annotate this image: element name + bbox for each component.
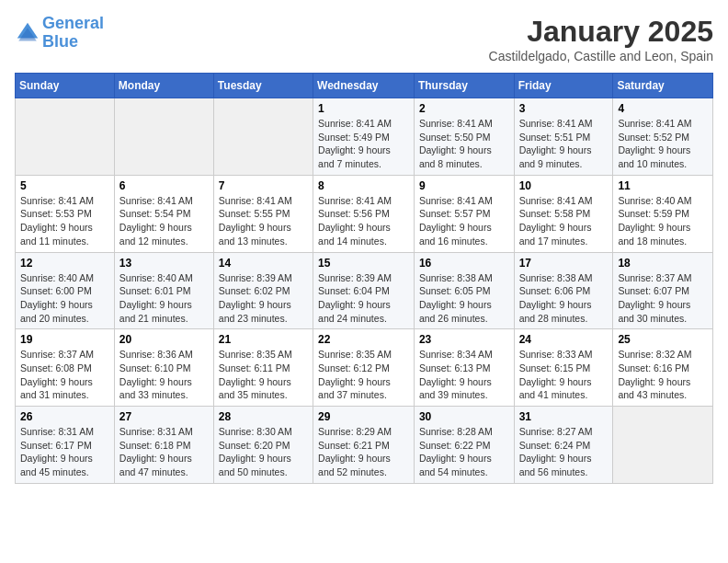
day-info: Sunrise: 8:41 AMSunset: 5:57 PMDaylight:… [419, 194, 509, 248]
header-day-friday: Friday [514, 74, 613, 98]
day-number: 15 [318, 257, 409, 270]
day-cell: 3Sunrise: 8:41 AMSunset: 5:51 PMDaylight… [514, 98, 613, 176]
day-info: Sunrise: 8:35 AMSunset: 6:11 PMDaylight:… [219, 348, 308, 402]
day-cell: 29Sunrise: 8:29 AMSunset: 6:21 PMDayligh… [313, 407, 415, 484]
day-cell [213, 98, 313, 176]
day-cell: 15Sunrise: 8:39 AMSunset: 6:04 PMDayligh… [313, 252, 415, 329]
day-cell: 17Sunrise: 8:38 AMSunset: 6:06 PMDayligh… [514, 252, 613, 329]
day-cell: 22Sunrise: 8:35 AMSunset: 6:12 PMDayligh… [313, 329, 415, 407]
day-info: Sunrise: 8:31 AMSunset: 6:18 PMDaylight:… [119, 425, 209, 479]
day-number: 1 [318, 102, 409, 115]
header-day-tuesday: Tuesday [213, 74, 313, 98]
day-number: 5 [20, 179, 109, 192]
day-number: 19 [20, 333, 109, 346]
day-number: 16 [419, 257, 509, 270]
day-info: Sunrise: 8:33 AMSunset: 6:15 PMDaylight:… [519, 348, 609, 402]
day-number: 30 [419, 410, 509, 423]
day-cell: 23Sunrise: 8:34 AMSunset: 6:13 PMDayligh… [414, 329, 514, 407]
day-cell: 28Sunrise: 8:30 AMSunset: 6:20 PMDayligh… [213, 407, 313, 484]
day-cell: 2Sunrise: 8:41 AMSunset: 5:50 PMDaylight… [414, 98, 514, 176]
day-info: Sunrise: 8:41 AMSunset: 5:55 PMDaylight:… [219, 194, 308, 248]
header-day-thursday: Thursday [414, 74, 514, 98]
day-number: 7 [219, 179, 308, 192]
day-cell: 8Sunrise: 8:41 AMSunset: 5:56 PMDaylight… [313, 175, 415, 252]
day-info: Sunrise: 8:38 AMSunset: 6:06 PMDaylight:… [519, 271, 609, 326]
day-info: Sunrise: 8:39 AMSunset: 6:02 PMDaylight:… [219, 271, 308, 326]
day-number: 12 [20, 257, 109, 270]
day-cell: 7Sunrise: 8:41 AMSunset: 5:55 PMDaylight… [213, 175, 313, 252]
week-row-2: 5Sunrise: 8:41 AMSunset: 5:53 PMDaylight… [16, 175, 713, 252]
day-number: 28 [219, 410, 308, 423]
day-cell: 16Sunrise: 8:38 AMSunset: 6:05 PMDayligh… [414, 252, 514, 329]
header-day-wednesday: Wednesday [313, 74, 415, 98]
day-number: 27 [119, 410, 209, 423]
day-cell: 20Sunrise: 8:36 AMSunset: 6:10 PMDayligh… [114, 329, 213, 407]
day-number: 2 [419, 102, 509, 115]
week-row-3: 12Sunrise: 8:40 AMSunset: 6:00 PMDayligh… [16, 252, 713, 329]
day-number: 22 [318, 333, 409, 346]
title-block: January 2025 Castildelgado, Castille and… [489, 15, 713, 63]
day-info: Sunrise: 8:37 AMSunset: 6:07 PMDaylight:… [618, 271, 708, 326]
day-cell [613, 407, 713, 484]
day-info: Sunrise: 8:37 AMSunset: 6:08 PMDaylight:… [20, 348, 109, 402]
day-info: Sunrise: 8:27 AMSunset: 6:24 PMDaylight:… [519, 425, 609, 479]
week-row-1: 1Sunrise: 8:41 AMSunset: 5:49 PMDaylight… [16, 98, 713, 176]
day-cell: 24Sunrise: 8:33 AMSunset: 6:15 PMDayligh… [514, 329, 613, 407]
day-cell: 6Sunrise: 8:41 AMSunset: 5:54 PMDaylight… [114, 175, 213, 252]
day-info: Sunrise: 8:41 AMSunset: 5:56 PMDaylight:… [318, 194, 409, 248]
day-number: 6 [119, 179, 209, 192]
header-day-monday: Monday [114, 74, 213, 98]
day-number: 25 [618, 333, 708, 346]
day-cell: 12Sunrise: 8:40 AMSunset: 6:00 PMDayligh… [16, 252, 115, 329]
week-row-4: 19Sunrise: 8:37 AMSunset: 6:08 PMDayligh… [16, 329, 713, 407]
calendar-body: 1Sunrise: 8:41 AMSunset: 5:49 PMDaylight… [16, 98, 713, 484]
day-info: Sunrise: 8:41 AMSunset: 5:58 PMDaylight:… [519, 194, 609, 248]
logo: General Blue [15, 15, 104, 52]
day-info: Sunrise: 8:32 AMSunset: 6:16 PMDaylight:… [618, 348, 708, 402]
day-number: 20 [119, 333, 209, 346]
logo-icon [15, 20, 40, 46]
day-cell: 27Sunrise: 8:31 AMSunset: 6:18 PMDayligh… [114, 407, 213, 484]
day-number: 21 [219, 333, 308, 346]
day-number: 18 [618, 257, 708, 270]
day-info: Sunrise: 8:41 AMSunset: 5:51 PMDaylight:… [519, 117, 609, 171]
day-number: 4 [618, 102, 708, 115]
day-cell: 21Sunrise: 8:35 AMSunset: 6:11 PMDayligh… [213, 329, 313, 407]
day-number: 11 [618, 179, 708, 192]
page-header: General Blue January 2025 Castildelgado,… [15, 15, 713, 63]
day-cell: 4Sunrise: 8:41 AMSunset: 5:52 PMDaylight… [613, 98, 713, 176]
day-number: 8 [318, 179, 409, 192]
day-cell: 31Sunrise: 8:27 AMSunset: 6:24 PMDayligh… [514, 407, 613, 484]
day-number: 26 [20, 410, 109, 423]
day-info: Sunrise: 8:36 AMSunset: 6:10 PMDaylight:… [119, 348, 209, 402]
day-cell: 14Sunrise: 8:39 AMSunset: 6:02 PMDayligh… [213, 252, 313, 329]
day-info: Sunrise: 8:30 AMSunset: 6:20 PMDaylight:… [219, 425, 308, 479]
day-number: 31 [519, 410, 609, 423]
day-cell [16, 98, 115, 176]
day-info: Sunrise: 8:40 AMSunset: 6:00 PMDaylight:… [20, 271, 109, 326]
day-cell [114, 98, 213, 176]
day-cell: 10Sunrise: 8:41 AMSunset: 5:58 PMDayligh… [514, 175, 613, 252]
day-info: Sunrise: 8:40 AMSunset: 6:01 PMDaylight:… [119, 271, 209, 326]
day-number: 14 [219, 257, 308, 270]
day-cell: 26Sunrise: 8:31 AMSunset: 6:17 PMDayligh… [16, 407, 115, 484]
calendar-table: SundayMondayTuesdayWednesdayThursdayFrid… [15, 73, 713, 484]
header-day-saturday: Saturday [613, 74, 713, 98]
day-number: 23 [419, 333, 509, 346]
week-row-5: 26Sunrise: 8:31 AMSunset: 6:17 PMDayligh… [16, 407, 713, 484]
day-info: Sunrise: 8:40 AMSunset: 5:59 PMDaylight:… [618, 194, 708, 248]
day-info: Sunrise: 8:41 AMSunset: 5:52 PMDaylight:… [618, 117, 708, 171]
day-cell: 18Sunrise: 8:37 AMSunset: 6:07 PMDayligh… [613, 252, 713, 329]
day-info: Sunrise: 8:41 AMSunset: 5:50 PMDaylight:… [419, 117, 509, 171]
day-info: Sunrise: 8:41 AMSunset: 5:49 PMDaylight:… [318, 117, 409, 171]
month-title: January 2025 [489, 15, 713, 49]
day-cell: 25Sunrise: 8:32 AMSunset: 6:16 PMDayligh… [613, 329, 713, 407]
logo-text: General Blue [42, 15, 104, 52]
day-cell: 11Sunrise: 8:40 AMSunset: 5:59 PMDayligh… [613, 175, 713, 252]
header-row: SundayMondayTuesdayWednesdayThursdayFrid… [16, 74, 713, 98]
day-number: 10 [519, 179, 609, 192]
day-number: 29 [318, 410, 409, 423]
day-info: Sunrise: 8:28 AMSunset: 6:22 PMDaylight:… [419, 425, 509, 479]
day-info: Sunrise: 8:34 AMSunset: 6:13 PMDaylight:… [419, 348, 509, 402]
day-number: 3 [519, 102, 609, 115]
